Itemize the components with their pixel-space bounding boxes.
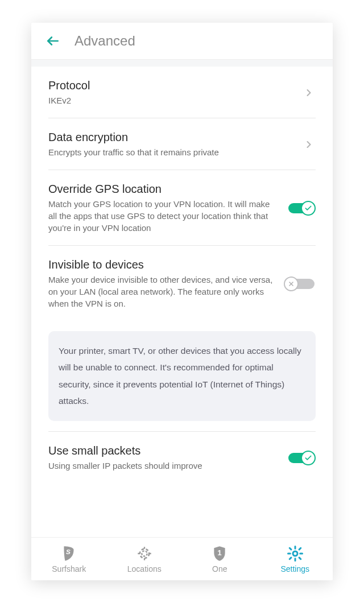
nav-locations[interactable]: Locations — [107, 538, 183, 580]
setting-title: Invisible to devices — [48, 258, 277, 271]
gear-icon — [287, 545, 304, 562]
setting-desc: Make your device invisible to other devi… — [48, 274, 277, 309]
setting-protocol[interactable]: Protocol IKEv2 — [48, 67, 316, 118]
app-screen: Advanced Protocol IKEv2 Data encryption … — [31, 23, 333, 580]
setting-invisible: Invisible to devices Make your device in… — [48, 246, 316, 321]
setting-title: Data encryption — [48, 131, 295, 144]
arrow-left-icon — [46, 34, 60, 48]
section-gap — [31, 60, 333, 67]
nav-surfshark[interactable]: S Surfshark — [31, 538, 107, 580]
nav-label: Locations — [127, 564, 162, 573]
globe-icon — [136, 545, 153, 562]
chevron-right-icon — [302, 138, 316, 151]
gps-toggle[interactable] — [284, 200, 316, 216]
setting-title: Use small packets — [48, 444, 277, 457]
chevron-right-icon — [302, 86, 316, 100]
check-icon — [304, 204, 312, 212]
invisible-toggle[interactable] — [284, 276, 316, 292]
nav-label: Surfshark — [52, 564, 86, 573]
surfshark-icon: S — [60, 545, 77, 562]
page-title: Advanced — [75, 33, 135, 49]
header-bar: Advanced — [31, 23, 333, 60]
back-button[interactable] — [45, 33, 61, 49]
setting-title: Protocol — [48, 79, 295, 92]
nav-label: Settings — [280, 564, 309, 573]
setting-small-packets: Use small packets Using smaller IP packe… — [48, 432, 316, 474]
packets-toggle[interactable] — [284, 450, 316, 466]
setting-title: Override GPS location — [48, 183, 277, 196]
svg-text:1: 1 — [218, 548, 222, 557]
svg-text:S: S — [66, 548, 71, 555]
setting-value: IKEv2 — [48, 94, 295, 106]
setting-desc: Match your GPS location to your VPN loca… — [48, 198, 277, 234]
check-icon — [304, 454, 312, 462]
setting-gps-override: Override GPS location Match your GPS loc… — [48, 170, 316, 246]
shield-one-icon: 1 — [211, 545, 228, 562]
setting-desc: Using smaller IP packets should improve — [48, 460, 277, 472]
x-icon — [288, 280, 295, 287]
nav-settings[interactable]: Settings — [258, 538, 333, 580]
setting-desc: Encrypts your traffic so that it remains… — [48, 146, 295, 158]
bottom-nav: S Surfshark Locations 1 One Settings — [31, 537, 333, 580]
invisible-note: Your printer, smart TV, or other devices… — [48, 331, 316, 421]
svg-point-7 — [293, 551, 297, 556]
setting-encryption[interactable]: Data encryption Encrypts your traffic so… — [48, 118, 316, 170]
nav-one[interactable]: 1 One — [182, 538, 258, 580]
settings-list: Protocol IKEv2 Data encryption Encrypts … — [31, 67, 333, 537]
svg-point-4 — [142, 551, 147, 556]
nav-label: One — [212, 564, 227, 573]
